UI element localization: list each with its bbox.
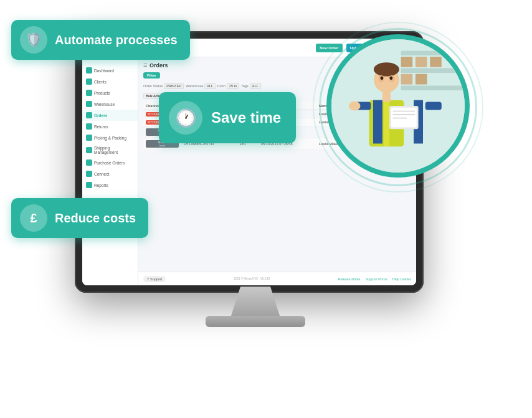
connect-icon [86, 171, 92, 177]
shipping-icon [86, 147, 92, 153]
clients-icon [86, 78, 92, 85]
svg-rect-15 [382, 92, 391, 102]
sidebar-item-shipping[interactable]: Shipping Management [82, 143, 138, 157]
svg-rect-4 [401, 57, 413, 67]
support-icon: ? [147, 277, 149, 281]
support-button[interactable]: ? Support [143, 276, 166, 282]
svg-rect-13 [373, 100, 382, 144]
sidebar-item-orders[interactable]: Orders [82, 110, 138, 121]
sidebar-label: Reports [94, 183, 108, 188]
automate-label: Automate processes [55, 33, 178, 47]
svg-point-26 [381, 77, 384, 80]
support-label: Support [150, 277, 162, 281]
sidebar-item-reports[interactable]: Reports [82, 179, 138, 191]
warehouse-icon [86, 101, 92, 107]
worker-photo [326, 34, 470, 178]
sidebar-item-connect[interactable]: Connect [82, 168, 138, 179]
pound-icon: £ [20, 204, 47, 232]
help-guides-link[interactable]: Help Guides [392, 277, 411, 281]
orders-icon [86, 112, 92, 118]
from-field: From 25 to [217, 82, 239, 90]
reduce-label: Reduce costs [55, 211, 136, 226]
badge-automate: 🛡️ Automate processes [11, 20, 190, 60]
sidebar-item-clients[interactable]: Clients [82, 76, 138, 87]
sidebar-item-dashboard[interactable]: Dashboard [82, 65, 138, 76]
sidebar-item-picking[interactable]: Picking & Packing [82, 132, 138, 143]
picking-icon [86, 135, 92, 141]
sidebar-label: Clients [94, 80, 107, 84]
sidebar-item-products[interactable]: Products [82, 87, 138, 98]
sidebar-label: Warehouse [94, 102, 115, 107]
clock-icon: 🕐 [169, 101, 202, 135]
save-label: Save time [211, 109, 281, 126]
order-status-field: Order Status PRINTED [143, 82, 184, 90]
warehouse-field: Warehouse ALL [186, 82, 216, 90]
dashboard-icon [86, 67, 92, 74]
svg-rect-12 [384, 100, 389, 146]
scene: 🛡️ Automate processes £ Reduce costs 🕐 S… [0, 0, 532, 418]
svg-rect-5 [416, 57, 427, 67]
svg-point-10 [374, 62, 399, 76]
svg-rect-8 [416, 74, 427, 85]
badge-save: 🕐 Save time [159, 92, 296, 143]
sidebar-label: Dashboard [94, 69, 114, 73]
products-icon [86, 90, 92, 96]
app-footer: ? Support 2021 © Mintsoft V5 - V5.3.19 R… [138, 272, 416, 285]
svg-rect-20 [391, 108, 417, 128]
reports-icon [86, 182, 92, 188]
tags-field: Tags ALL [241, 82, 260, 90]
sidebar-label: Products [94, 91, 110, 95]
po-icon [86, 159, 92, 166]
sidebar-label: Connect [94, 172, 109, 176]
svg-point-27 [390, 77, 393, 80]
badge-reduce: £ Reduce costs [11, 198, 148, 238]
sidebar-label: Picking & Packing [94, 136, 126, 140]
svg-rect-2 [401, 69, 465, 73]
monitor-base [206, 316, 305, 327]
release-notes-link[interactable]: Release Notes [338, 277, 360, 281]
sidebar-label: Returns [94, 125, 108, 129]
sidebar-label: Purchase Orders [94, 161, 125, 165]
svg-point-18 [349, 102, 361, 111]
shield-icon: 🛡️ [20, 26, 47, 54]
svg-rect-6 [430, 57, 442, 67]
copyright: 2021 © Mintsoft V5 - V5.3.19 [234, 277, 270, 280]
sidebar-item-returns[interactable]: Returns [82, 121, 138, 132]
support-portal-link[interactable]: Support Portal [366, 277, 387, 281]
app-sidebar: mintsoft Dashboard Clients Products [82, 39, 138, 285]
returns-icon [86, 123, 92, 130]
sidebar-item-warehouse[interactable]: Warehouse [82, 98, 138, 110]
svg-rect-7 [401, 74, 413, 85]
filter-button[interactable]: Filter [143, 72, 160, 78]
svg-rect-17 [425, 102, 442, 110]
svg-rect-3 [401, 85, 465, 90]
sidebar-label: Shipping Management [94, 146, 134, 154]
sidebar-item-purchase-orders[interactable]: Purchase Orders [82, 157, 138, 168]
sidebar-label: Orders [94, 113, 107, 118]
